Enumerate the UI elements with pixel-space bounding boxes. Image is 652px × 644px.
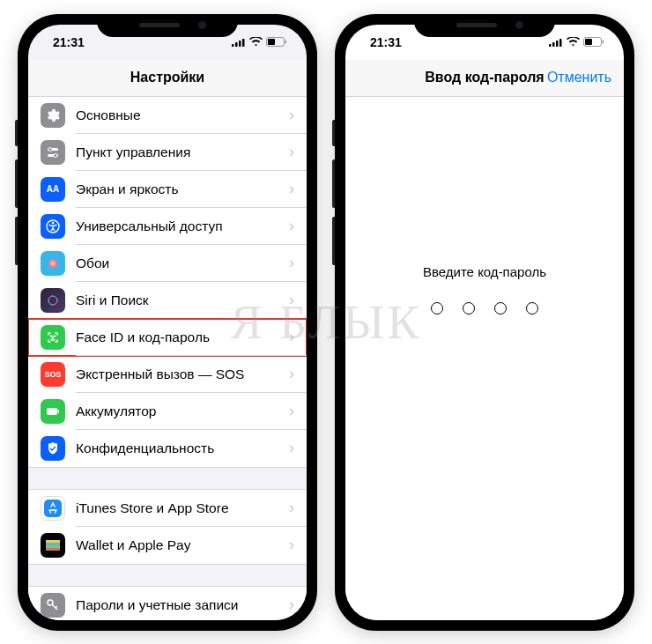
settings-group-2: iTunes Store и App Store › Wallet и Appl…: [28, 489, 307, 565]
row-label: Конфиденциальность: [76, 440, 289, 456]
nav-title: Ввод код-пароля: [425, 70, 544, 85]
row-display[interactable]: AA Экран и яркость ›: [28, 171, 307, 208]
row-label: Face ID и код-пароль: [76, 329, 289, 345]
row-label: Пароли и учетные записи: [76, 597, 289, 613]
row-accessibility[interactable]: Универсальный доступ ›: [28, 208, 307, 245]
row-general[interactable]: Основные ›: [28, 97, 307, 134]
row-label: iTunes Store и App Store: [76, 500, 289, 516]
chevron-right-icon: ›: [289, 536, 294, 554]
wifi-icon: [249, 35, 263, 49]
svg-rect-33: [556, 41, 559, 47]
chevron-right-icon: ›: [289, 180, 294, 198]
row-label: Пункт управления: [76, 144, 289, 160]
nav-header-passcode: Ввод код-пароля Отменить: [345, 60, 624, 97]
phone-left: 21:31 Настройки Основные ›: [18, 14, 317, 631]
row-label: Экстренный вызов — SOS: [76, 366, 289, 382]
chevron-right-icon: ›: [289, 365, 294, 383]
chevron-right-icon: ›: [289, 254, 294, 272]
row-battery[interactable]: Аккумулятор ›: [28, 393, 307, 430]
chevron-right-icon: ›: [289, 291, 294, 309]
chevron-right-icon: ›: [289, 143, 294, 161]
row-label: Экран и яркость: [76, 181, 289, 197]
svg-rect-25: [46, 548, 60, 551]
svg-rect-2: [239, 41, 241, 47]
chevron-right-icon: ›: [289, 106, 294, 124]
row-passwords[interactable]: Пароли и учетные записи ›: [28, 587, 307, 620]
svg-rect-37: [603, 40, 604, 43]
svg-rect-31: [549, 44, 552, 47]
row-sos[interactable]: SOS Экстренный вызов — SOS ›: [28, 356, 307, 393]
passcode-prompt: Введите код-пароль: [345, 264, 624, 279]
accessibility-icon: [41, 214, 65, 239]
svg-rect-3: [242, 39, 245, 47]
passcode-dot: [463, 302, 475, 315]
row-wallpaper[interactable]: Обои ›: [28, 245, 307, 282]
wifi-icon: [567, 35, 580, 49]
passcode-dot: [494, 302, 507, 315]
passcode-screen: Введите код-пароль: [345, 264, 624, 620]
battery-settings-icon: [41, 399, 65, 424]
row-faceid[interactable]: Face ID и код-пароль ›: [28, 319, 307, 356]
row-itunes[interactable]: iTunes Store и App Store ›: [28, 490, 307, 527]
row-siri[interactable]: Siri и Поиск ›: [28, 282, 307, 319]
svg-rect-0: [232, 44, 234, 47]
siri-icon: [41, 288, 65, 313]
svg-point-12: [52, 221, 55, 224]
wallpaper-icon: [41, 251, 65, 276]
svg-rect-23: [46, 543, 60, 545]
passcode-dots[interactable]: [345, 302, 624, 315]
screen-left: 21:31 Настройки Основные ›: [28, 25, 307, 620]
svg-rect-6: [285, 40, 287, 43]
passcode-dot: [431, 302, 443, 315]
svg-rect-22: [46, 540, 60, 543]
svg-point-18: [55, 336, 56, 337]
notch: [97, 14, 238, 37]
row-label: Универсальный доступ: [76, 218, 289, 234]
cancel-button[interactable]: Отменить: [547, 70, 611, 85]
status-time: 21:31: [53, 35, 85, 49]
svg-rect-1: [235, 42, 238, 47]
control-center-icon: [41, 140, 65, 165]
svg-rect-24: [46, 545, 60, 548]
appstore-icon: [41, 496, 65, 521]
gear-icon: [41, 103, 65, 128]
privacy-icon: [41, 436, 65, 461]
phone-right: 21:31 Ввод код-пароля Отменить Введите к…: [335, 14, 634, 631]
row-label: Аккумулятор: [76, 403, 289, 419]
svg-rect-21: [44, 500, 62, 517]
svg-rect-20: [58, 410, 60, 413]
settings-list: Основные › Пункт управления › AA Экран и…: [28, 97, 307, 620]
svg-rect-19: [47, 408, 57, 415]
notch: [414, 14, 555, 37]
settings-group-3: Пароли и учетные записи › Почта › Контак…: [28, 586, 307, 620]
row-label: Wallet и Apple Pay: [76, 537, 289, 553]
signal-icon: [549, 35, 563, 49]
settings-group-1: Основные › Пункт управления › AA Экран и…: [28, 97, 307, 468]
row-control-center[interactable]: Пункт управления ›: [28, 134, 307, 171]
nav-header-settings: Настройки: [28, 60, 307, 97]
chevron-right-icon: ›: [289, 217, 294, 235]
passcode-content: Ввод код-пароля Отменить Введите код-пар…: [345, 60, 624, 620]
row-label: Основные: [76, 107, 289, 123]
svg-point-14: [51, 261, 56, 265]
chevron-right-icon: ›: [289, 499, 294, 517]
svg-rect-34: [559, 39, 562, 47]
nav-title: Настройки: [130, 70, 204, 85]
screen-right: 21:31 Ввод код-пароля Отменить Введите к…: [345, 25, 624, 620]
chevron-right-icon: ›: [289, 328, 294, 346]
svg-rect-32: [552, 42, 555, 47]
sos-icon: SOS: [41, 362, 65, 387]
settings-content[interactable]: Настройки Основные › Пункт управления ›: [28, 60, 307, 620]
status-icons: [549, 35, 604, 49]
svg-point-17: [51, 336, 52, 337]
display-icon: AA: [41, 177, 65, 202]
row-privacy[interactable]: Конфиденциальность ›: [28, 430, 307, 467]
chevron-right-icon: ›: [289, 596, 294, 614]
battery-icon: [266, 35, 287, 49]
key-icon: [41, 593, 65, 618]
row-wallet[interactable]: Wallet и Apple Pay ›: [28, 527, 307, 564]
signal-icon: [232, 35, 246, 49]
chevron-right-icon: ›: [289, 439, 294, 457]
wallet-icon: [41, 533, 65, 558]
chevron-right-icon: ›: [289, 402, 294, 420]
